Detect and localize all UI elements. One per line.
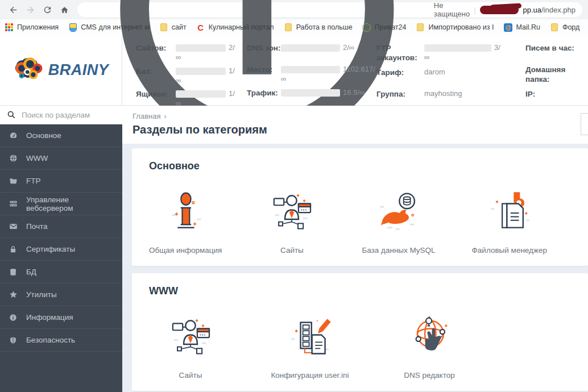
- sidebar-item-4[interactable]: Управление вебсервером: [0, 193, 122, 215]
- sidebar-item-5[interactable]: Почта: [0, 215, 122, 238]
- stat-value: darom: [424, 68, 445, 85]
- stat-value: 1/∞: [176, 67, 235, 85]
- stat-row: Сайтов:2/∞: [136, 44, 247, 62]
- breadcrumb-home-link[interactable]: Главная: [132, 112, 160, 120]
- category-item-label: Сайты: [280, 246, 304, 255]
- breadcrumb: Главная›: [132, 112, 588, 120]
- category-item[interactable]: DNS редактор: [388, 312, 471, 380]
- category-item[interactable]: Файловый менеджер: [472, 187, 547, 255]
- bookmark-label: Приват24: [375, 23, 407, 31]
- category-item[interactable]: Общая информация: [149, 187, 222, 255]
- stat-row: Писем в час:: [525, 44, 588, 60]
- stat-label: Тариф:: [376, 68, 424, 85]
- bookmark-item[interactable]: CКулинарный портал: [196, 23, 274, 32]
- yellow-page-icon: [416, 23, 425, 32]
- stat-row: Тариф:darom: [376, 68, 525, 85]
- usage-bar: [424, 44, 491, 52]
- redacted-domain-scribble: [480, 6, 519, 14]
- bookmark-item[interactable]: Работа в польше: [284, 23, 353, 32]
- bookmark-item[interactable]: @Mail.Ru: [504, 23, 540, 32]
- dns-editor-icon: [403, 312, 456, 364]
- partial-edge-button[interactable]: [581, 113, 588, 135]
- usage-bar: [281, 66, 340, 73]
- search-input[interactable]: [22, 111, 115, 119]
- folder-icon: [9, 177, 18, 186]
- sidebar-item-3[interactable]: FTP: [0, 170, 122, 193]
- stat-value: 16.9/∞: [281, 89, 365, 105]
- category-item[interactable]: Сайты: [258, 187, 325, 255]
- stat-row: Баз:1/∞: [136, 67, 247, 85]
- stats-column: DNS зон:2/∞Место:1102.617/∞Трафик:16.9/∞: [247, 44, 376, 113]
- url-separator: |: [474, 6, 475, 14]
- home-icon[interactable]: [57, 2, 72, 17]
- bookmark-label: Приложения: [17, 23, 59, 31]
- category-item-label: Сайты: [179, 371, 202, 380]
- back-icon[interactable]: [6, 2, 20, 17]
- bookmark-item[interactable]: Форд: [550, 23, 579, 32]
- brainy-logo[interactable]: BRAINY: [0, 35, 122, 105]
- stat-label: IP:: [525, 90, 578, 106]
- page-title: Разделы по категориям: [132, 123, 588, 136]
- sidebar-item-2[interactable]: WWW: [0, 147, 122, 170]
- sidebar-item-label: Сертификаты: [26, 245, 75, 253]
- badge-24-icon: 24: [362, 23, 371, 32]
- sidebar-item-8[interactable]: Утилиты: [0, 283, 122, 306]
- panel-header: BRAINY Сайтов:2/∞Баз:1/∞Ящиков:1/∞DNS зо…: [0, 35, 588, 106]
- sidebar-item-label: Безопасность: [26, 336, 75, 344]
- bookmark-item[interactable]: Приложения: [5, 23, 59, 32]
- stat-row: Место:1102.617/∞: [247, 65, 376, 84]
- yellow-page-icon: [284, 23, 293, 32]
- stat-value: mayhosting: [424, 90, 462, 106]
- bookmark-item[interactable]: 24Приват24: [362, 23, 407, 32]
- stat-label: Место:: [247, 65, 281, 84]
- category-item[interactable]: База данных MySQL: [362, 187, 435, 255]
- stat-value: 2/∞: [176, 44, 235, 62]
- category-item-label: DNS редактор: [404, 371, 454, 380]
- stat-value: 1102.617/∞: [281, 65, 375, 84]
- mail-icon: [9, 222, 18, 231]
- forward-icon[interactable]: [23, 2, 38, 17]
- card-title: WWW: [149, 285, 583, 297]
- sidebar-item-1[interactable]: Основное: [0, 124, 122, 147]
- bookmark-label: Импортировано из I: [428, 23, 494, 31]
- main-header: Главная› Разделы по категориям: [122, 106, 588, 144]
- emblem-icon: [68, 23, 77, 32]
- stat-label: Трафик:: [247, 89, 281, 105]
- sidebar: ОсновноеWWWFTPУправление вебсерверомПочт…: [0, 106, 122, 392]
- category-item[interactable]: Сайты: [149, 312, 232, 380]
- bookmark-item[interactable]: сайт: [159, 23, 187, 32]
- sidebar-item-9[interactable]: Информация: [0, 306, 122, 329]
- address-bar[interactable]: Не защищено | pp.ua/index.php: [77, 2, 582, 17]
- url-text: pp.ua/index.php: [523, 6, 575, 14]
- usage-bar: [176, 90, 226, 98]
- stat-value: 3/∞: [424, 44, 500, 63]
- stat-label: Сайтов:: [136, 44, 176, 62]
- info-icon: [9, 313, 18, 322]
- sidebar-item-label: Информация: [26, 313, 73, 322]
- brand-name: BRAINY: [48, 61, 109, 79]
- stats-column: FTP аккаунтов:3/∞Тариф:daromГруппа:mayho…: [376, 44, 525, 113]
- database-icon: [9, 268, 18, 277]
- bookmark-label: Кулинарный портал: [209, 23, 274, 31]
- sitemap-person-icon: [164, 312, 217, 364]
- sidebar-item-6[interactable]: Сертификаты: [0, 238, 122, 261]
- refresh-icon[interactable]: [40, 2, 55, 17]
- bookmark-item[interactable]: CMS для интернет м: [68, 23, 150, 32]
- security-label: Не защищено: [434, 1, 470, 18]
- info-sign-icon: [159, 187, 212, 239]
- mysql-dolphin-icon: [372, 187, 425, 239]
- bookmark-item[interactable]: Импортировано из I: [416, 23, 494, 32]
- lock-icon: [9, 245, 18, 254]
- sidebar-item-7[interactable]: БД: [0, 261, 122, 283]
- category-item[interactable]: Конфигурация user.ini: [268, 312, 351, 380]
- usage-bar: [281, 44, 340, 52]
- category-card: WWW Сайты Конфигурация user.ini: [132, 273, 588, 391]
- search-icon: [7, 111, 15, 119]
- bookmark-label: Mail.Ru: [516, 23, 540, 31]
- bookmark-label: сайт: [172, 23, 187, 31]
- category-item-label: База данных MySQL: [362, 246, 435, 255]
- sidebar-item-10[interactable]: Безопасность: [0, 329, 122, 352]
- usage-bar: [281, 89, 340, 97]
- sitemap-person-icon: [266, 187, 318, 239]
- stat-label: Баз:: [136, 67, 176, 85]
